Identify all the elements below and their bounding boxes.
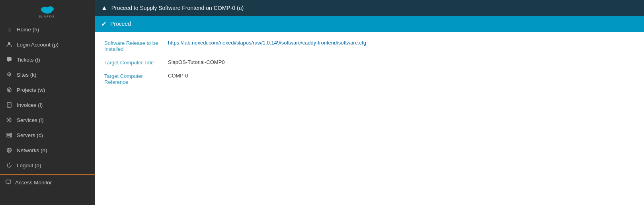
svg-point-11 [8, 89, 10, 91]
main-content: ▲ Proceed to Supply Software Frontend on… [95, 0, 644, 205]
sidebar-item-invoices-label: Invoices (l) [17, 102, 43, 108]
sidebar-item-access-monitor-label: Access Monitor [15, 180, 52, 186]
top-bar: ▲ Proceed to Supply Software Frontend on… [95, 0, 644, 16]
top-bar-label: Proceed to Supply Software Frontend on C… [111, 5, 244, 11]
sidebar-item-servers[interactable]: Servers (c) [0, 128, 95, 143]
sidebar-item-projects-label: Projects (w) [17, 87, 45, 93]
sidebar-item-projects[interactable]: Projects (w) [0, 82, 95, 97]
checkmark-icon: ✔ [101, 20, 106, 28]
svg-text:SLAPOS: SLAPOS [39, 15, 55, 18]
servers-icon [6, 132, 13, 139]
sidebar-item-sites[interactable]: Sites (k) [0, 67, 95, 82]
slapos-logo: SLAPOS [35, 3, 59, 19]
sidebar-item-home[interactable]: ⌂ Home (h) [0, 22, 95, 37]
pin-icon [6, 71, 13, 78]
home-icon: ⌂ [6, 26, 13, 33]
sidebar-item-login-account-label: Login Account (p) [17, 42, 59, 48]
svg-point-22 [10, 136, 11, 137]
svg-rect-6 [7, 57, 12, 61]
sidebar-item-logout-label: Logout (o) [17, 162, 41, 168]
sidebar-item-services[interactable]: Services (l) [0, 112, 95, 128]
software-release-link[interactable]: https://lab.nexedi.com/nexedi/slapos/raw… [168, 40, 366, 46]
sidebar: SLAPOS ⌂ Home (h) Login Account (p) Tick… [0, 0, 95, 205]
field-value-computer-reference: COMP-0 [168, 73, 634, 79]
sidebar-item-servers-label: Servers (c) [17, 132, 43, 138]
field-value-software-release: https://lab.nexedi.com/nexedi/slapos/raw… [168, 40, 634, 46]
field-row-computer-reference: Target Computer Reference COMP-0 [104, 73, 634, 85]
projects-icon [6, 86, 13, 93]
sidebar-item-services-label: Services (l) [17, 117, 44, 123]
field-label-computer-title: Target Computer Title [104, 59, 168, 66]
svg-point-21 [10, 133, 11, 134]
sidebar-item-networks-label: Networks (n) [17, 147, 47, 153]
field-label-computer-reference: Target Computer Reference [104, 73, 168, 85]
proceed-button[interactable]: Proceed [110, 21, 131, 27]
svg-point-8 [9, 74, 10, 75]
sidebar-item-logout[interactable]: Logout (o) [0, 158, 95, 173]
sidebar-item-sites-label: Sites (k) [17, 72, 37, 78]
sidebar-item-networks[interactable]: Networks (n) [0, 143, 95, 158]
sidebar-item-home-label: Home (h) [17, 27, 39, 33]
sidebar-nav: ⌂ Home (h) Login Account (p) Tickets (t)… [0, 22, 95, 205]
field-value-computer-title: SlapOS-Tutorial-COMP0 [168, 59, 634, 65]
monitor-icon [6, 179, 11, 186]
svg-point-18 [8, 119, 10, 121]
sidebar-item-tickets[interactable]: Tickets (t) [0, 52, 95, 67]
chat-icon [6, 56, 13, 63]
invoices-icon [6, 101, 13, 108]
logout-icon [6, 162, 13, 169]
svg-rect-28 [6, 180, 11, 183]
svg-point-10 [7, 88, 11, 92]
content-area: Software Release to be Installed https:/… [95, 32, 644, 205]
action-bar: ✔ Proceed [95, 16, 644, 32]
sidebar-item-tickets-label: Tickets (t) [17, 57, 40, 63]
svg-point-5 [8, 42, 10, 44]
user-icon [6, 41, 13, 48]
field-label-software-release: Software Release to be Installed [104, 40, 168, 52]
sidebar-logo: SLAPOS [0, 0, 95, 22]
networks-icon [6, 147, 13, 154]
field-row-software-release: Software Release to be Installed https:/… [104, 40, 634, 52]
field-row-computer-title: Target Computer Title SlapOS-Tutorial-CO… [104, 59, 634, 66]
sidebar-item-invoices[interactable]: Invoices (l) [0, 97, 95, 112]
sidebar-item-login-account[interactable]: Login Account (p) [0, 37, 95, 52]
services-icon [6, 116, 13, 124]
arrow-up-icon: ▲ [101, 4, 107, 12]
svg-rect-3 [43, 10, 52, 12]
sidebar-item-access-monitor[interactable]: Access Monitor [0, 174, 95, 190]
